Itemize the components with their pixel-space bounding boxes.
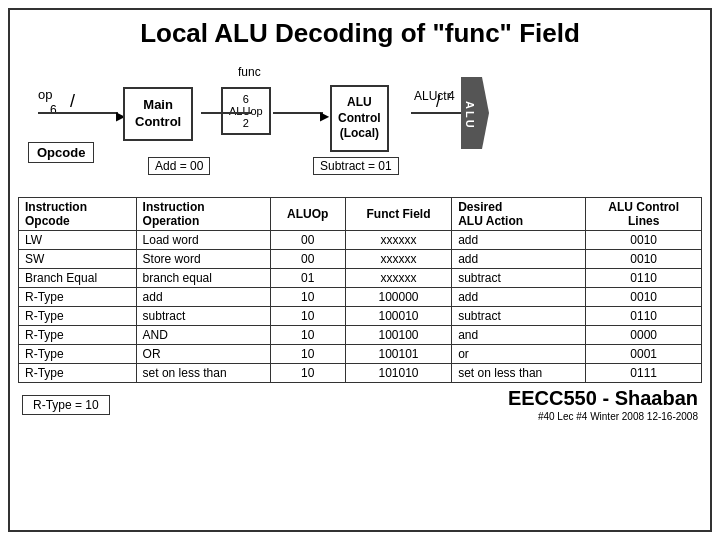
alu-control-box: ALU Control (Local) xyxy=(330,85,389,152)
main-to-func-line xyxy=(201,112,251,114)
subtract-decode-label: Subtract = 01 xyxy=(313,157,399,175)
op-slash-icon: / xyxy=(70,91,75,112)
bottom-row: R-Type = 10 EECC550 - Shaaban #40 Lec #4… xyxy=(18,387,702,422)
table-cell: 100010 xyxy=(345,307,451,326)
table-cell: Store word xyxy=(136,250,270,269)
table-cell: 0110 xyxy=(586,269,702,288)
table-cell: 01 xyxy=(270,269,345,288)
table-cell: xxxxxx xyxy=(345,231,451,250)
aluop-label: ALUop xyxy=(229,105,263,117)
table-cell: or xyxy=(452,345,586,364)
main-control-box: Main Control xyxy=(123,87,193,141)
table-cell: 0110 xyxy=(586,307,702,326)
aluctr-slash-icon: / xyxy=(436,93,440,111)
table-cell: subtract xyxy=(452,307,586,326)
table-cell: 100100 xyxy=(345,326,451,345)
aluctr-label: ALUctr xyxy=(414,89,451,103)
func-to-alu-arrow xyxy=(273,112,323,114)
table-cell: 10 xyxy=(270,326,345,345)
table-cell: 0010 xyxy=(586,231,702,250)
col-header-aluop: ALUOp xyxy=(270,198,345,231)
table-cell: xxxxxx xyxy=(345,250,451,269)
table-cell: add xyxy=(452,250,586,269)
op-num: 6 xyxy=(50,103,57,117)
main-table: InstructionOpcode InstructionOperation A… xyxy=(18,197,702,383)
table-cell: 0111 xyxy=(586,364,702,383)
add-decode-label: Add = 00 xyxy=(148,157,210,175)
table-cell: LW xyxy=(19,231,137,250)
table-cell: SW xyxy=(19,250,137,269)
table-row: R-Typesubtract10100010subtract0110 xyxy=(19,307,702,326)
table-row: SWStore word00xxxxxxadd0010 xyxy=(19,250,702,269)
page-title: Local ALU Decoding of "func" Field xyxy=(18,18,702,49)
table-cell: 0000 xyxy=(586,326,702,345)
table-cell: 100000 xyxy=(345,288,451,307)
table-cell: 0010 xyxy=(586,250,702,269)
table-cell: Load word xyxy=(136,231,270,250)
table-row: R-TypeOR10100101or0001 xyxy=(19,345,702,364)
table-cell: 00 xyxy=(270,231,345,250)
table-cell: R-Type xyxy=(19,326,137,345)
func-label: func xyxy=(238,65,261,79)
table-cell: 10 xyxy=(270,364,345,383)
diagram-area: op 6 / ▶ Main Control func 6 ALUop 2 ▶ A… xyxy=(18,57,702,197)
table-cell: Branch Equal xyxy=(19,269,137,288)
table-cell: R-Type xyxy=(19,307,137,326)
eecc-label: EECC550 - Shaaban xyxy=(508,387,698,410)
table-row: R-Typeadd10100000add0010 xyxy=(19,288,702,307)
eecc-section: EECC550 - Shaaban #40 Lec #4 Winter 2008… xyxy=(508,387,698,422)
table-cell: 0010 xyxy=(586,288,702,307)
table-cell: subtract xyxy=(136,307,270,326)
main-container: Local ALU Decoding of "func" Field op 6 … xyxy=(8,8,712,532)
table-row: LWLoad word00xxxxxxadd0010 xyxy=(19,231,702,250)
op-label: op xyxy=(38,87,52,102)
table-cell: set on less than xyxy=(452,364,586,383)
table-cell: 10 xyxy=(270,307,345,326)
table-cell: OR xyxy=(136,345,270,364)
table-cell: xxxxxx xyxy=(345,269,451,288)
table-cell: branch equal xyxy=(136,269,270,288)
table-cell: 101010 xyxy=(345,364,451,383)
col-header-opcode: InstructionOpcode xyxy=(19,198,137,231)
col-header-lines: ALU ControlLines xyxy=(586,198,702,231)
opcode-label: Opcode xyxy=(28,142,94,163)
table-cell: subtract xyxy=(452,269,586,288)
table-cell: add xyxy=(452,231,586,250)
table-cell: 00 xyxy=(270,250,345,269)
col-header-action: DesiredALU Action xyxy=(452,198,586,231)
table-cell: add xyxy=(136,288,270,307)
table-cell: R-Type xyxy=(19,364,137,383)
aluctr-arrow xyxy=(411,112,461,114)
table-row: R-Typeset on less than10101010set on les… xyxy=(19,364,702,383)
func-arrowhead-icon: ▶ xyxy=(320,109,329,123)
table-row: Branch Equalbranch equal01xxxxxxsubtract… xyxy=(19,269,702,288)
func-6-label: 6 xyxy=(229,93,263,105)
table-cell: AND xyxy=(136,326,270,345)
table-cell: R-Type xyxy=(19,288,137,307)
col-header-funct: Funct Field xyxy=(345,198,451,231)
footer-info: #40 Lec #4 Winter 2008 12-16-2008 xyxy=(508,411,698,422)
table-row: R-TypeAND10100100and0000 xyxy=(19,326,702,345)
aluctr-num: 4 xyxy=(448,89,455,103)
table-cell: 0001 xyxy=(586,345,702,364)
rtype-label: R-Type = 10 xyxy=(22,395,110,415)
table-cell: R-Type xyxy=(19,345,137,364)
func-2-label: 2 xyxy=(229,117,263,129)
op-arrow xyxy=(38,112,118,114)
alu-pentagon-label: ALU xyxy=(464,101,476,130)
table-cell: set on less than xyxy=(136,364,270,383)
table-cell: add xyxy=(452,288,586,307)
table-cell: and xyxy=(452,326,586,345)
func-aluop-box: 6 ALUop 2 xyxy=(221,87,271,135)
table-cell: 100101 xyxy=(345,345,451,364)
table-cell: 10 xyxy=(270,288,345,307)
col-header-operation: InstructionOperation xyxy=(136,198,270,231)
table-cell: 10 xyxy=(270,345,345,364)
